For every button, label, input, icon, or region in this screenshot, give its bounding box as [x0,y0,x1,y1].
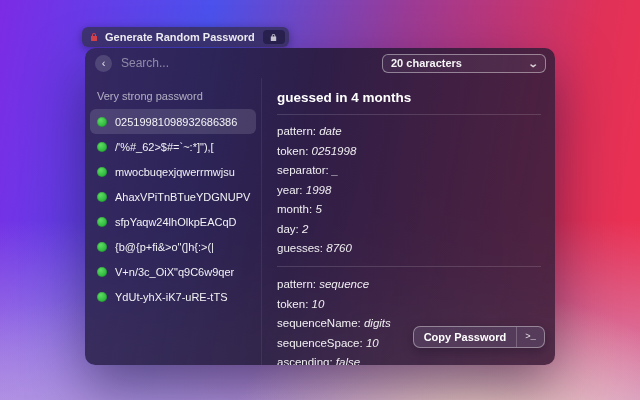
row-label: year: [277,184,303,196]
row-label: ascending: [277,356,333,365]
detail-row: ascending: false [277,356,541,365]
row-value: 2 [302,223,308,235]
strength-dot-icon [97,217,107,227]
row-label: token: [277,298,308,310]
strength-dot-icon [97,192,107,202]
section-divider [277,266,541,267]
password-text: {b@{p+fi&>o"(]h{:>(| [115,241,214,253]
row-label: sequenceName: [277,317,361,329]
password-list-item[interactable]: mwocbuqexjqwerrmwjsu [90,159,256,184]
row-value: _ [332,164,338,176]
row-label: sequenceSpace: [277,337,363,349]
detail-row: month: 5 [277,203,541,215]
row-label: pattern: [277,278,316,290]
password-list-sidebar: Very strong password 0251998109893268638… [85,78,262,365]
password-text: 02519981098932686386 [115,116,237,128]
chevron-down-icon: ⌄ [527,58,538,69]
row-value: false [336,356,360,365]
row-label: separator: [277,164,329,176]
row-value: 8760 [326,242,352,254]
detail-row: pattern: date [277,125,541,137]
password-text: V+n/3c_OiX"q9C6w9qer [115,266,234,278]
row-value: 5 [315,203,321,215]
dropdown-selected-value: 20 characters [391,57,462,69]
search-input[interactable]: Search... [121,56,169,70]
detail-row: token: 0251998 [277,145,541,157]
password-text: AhaxVPiTnBTueYDGNUPV [115,191,250,203]
row-value: date [319,125,341,137]
strength-dot-icon [97,242,107,252]
password-text: YdUt-yhX-iK7-uRE-tTS [115,291,227,303]
lock-icon [269,33,278,42]
password-list-item[interactable]: AhaxVPiTnBTueYDGNUPV [90,184,256,209]
row-value: 0251998 [312,145,357,157]
row-label: month: [277,203,312,215]
heading-divider [277,114,541,115]
row-label: token: [277,145,308,157]
row-label: pattern: [277,125,316,137]
copy-password-button[interactable]: Copy Password >_ [413,326,545,348]
red-lock-icon [89,32,99,42]
password-list: 02519981098932686386 /'%#_62>$#=`~:*]"),… [85,109,261,309]
password-generator-window: ‹ Search... 20 characters ⌄ Very strong … [85,48,555,365]
strength-dot-icon [97,292,107,302]
toolbar: ‹ Search... 20 characters ⌄ [85,48,555,78]
chevron-left-icon: ‹ [102,58,106,69]
detail-row: guesses: 8760 [277,242,541,254]
strength-dot-icon [97,167,107,177]
password-text: sfpYaqw24lhOlkpEACqD [115,216,236,228]
strength-dot-icon [97,267,107,277]
row-value: digits [364,317,391,329]
row-value: 10 [312,298,325,310]
password-list-item[interactable]: 02519981098932686386 [90,109,256,134]
window-body: Very strong password 0251998109893268638… [85,78,555,365]
row-value: sequence [319,278,369,290]
password-list-item[interactable]: /'%#_62>$#=`~:*]"),[ [90,134,256,159]
copy-password-label: Copy Password [414,331,517,343]
strength-dot-icon [97,142,107,152]
detail-row: token: 10 [277,298,541,310]
detail-row: separator: _ [277,164,541,176]
strength-header: Very strong password [97,90,261,102]
row-value: 1998 [306,184,332,196]
password-list-item[interactable]: {b@{p+fi&>o"(]h{:>(| [90,234,256,259]
detail-row: pattern: sequence [277,278,541,290]
password-detail-panel: guessed in 4 months pattern: date token:… [262,78,555,365]
match-section-date: pattern: date token: 0251998 separator: … [277,125,541,254]
password-length-dropdown[interactable]: 20 characters ⌄ [382,54,546,73]
password-list-item[interactable]: YdUt-yhX-iK7-uRE-tTS [90,284,256,309]
match-section-sequence: pattern: sequence token: 10 sequenceName… [277,278,541,365]
row-label: guesses: [277,242,323,254]
keyboard-shortcut-icon: >_ [516,327,544,347]
detail-row: year: 1998 [277,184,541,196]
password-text: mwocbuqexjqwerrmwjsu [115,166,235,178]
row-label: day: [277,223,299,235]
window-title-pill: Generate Random Password [82,27,289,47]
password-list-item[interactable]: sfpYaqw24lhOlkpEACqD [90,209,256,234]
detail-row: day: 2 [277,223,541,235]
row-value: 10 [366,337,379,349]
password-text: /'%#_62>$#=`~:*]"),[ [115,141,214,153]
privacy-lock-badge[interactable] [263,30,285,44]
password-list-item[interactable]: V+n/3c_OiX"q9C6w9qer [90,259,256,284]
window-title: Generate Random Password [105,31,255,43]
guess-time-heading: guessed in 4 months [277,90,541,105]
back-button[interactable]: ‹ [95,55,112,72]
strength-dot-icon [97,117,107,127]
